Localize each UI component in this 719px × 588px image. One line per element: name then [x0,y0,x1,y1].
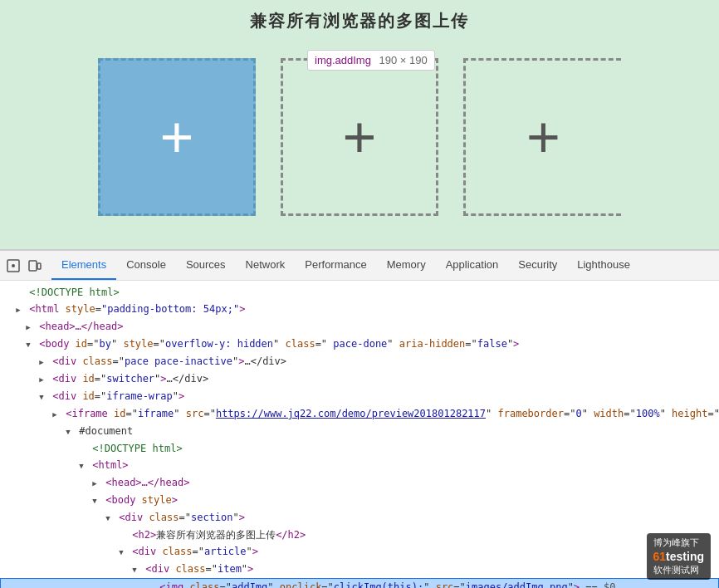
cursor-icon [7,259,20,272]
tab-console[interactable]: Console [116,251,176,280]
arrow-document[interactable] [63,424,73,439]
arrow-head2[interactable] [90,475,100,491]
arrow-item[interactable] [130,561,139,577]
upload-box-1[interactable]: + [98,58,256,216]
dom-line-iframe[interactable]: <iframe id="iframe" src="https://www.jq2… [0,405,719,423]
watermark: 博为峰旗下 61testing 软件测试网 [647,533,711,580]
arrow-article[interactable] [116,544,126,560]
upload-boxes-container: + + + [0,58,719,216]
html2-tag: <html> [92,459,128,471]
arrow-section[interactable] [103,510,113,526]
watermark-logo: 61testing [653,549,704,564]
tab-performance[interactable]: Performance [295,251,376,280]
device-toggle-button[interactable] [25,256,45,276]
dom-line-body[interactable]: <body id="by" style="overflow-y: hidden"… [0,336,719,353]
dom-line-document[interactable]: #document [0,423,719,440]
addimg-src-link[interactable]: images/addImg.png [466,581,568,588]
arrow-empty [13,285,23,300]
arrow-html[interactable] [13,301,23,317]
plus-icon-3: + [526,108,560,166]
arrow-iframe-wrap[interactable] [37,389,46,404]
body-tag: <body [39,338,69,350]
arrow-img [144,580,154,588]
dom-line-head[interactable]: <head>…</head> [0,318,719,336]
dom-line-item[interactable]: <div class="item"> [0,561,719,578]
devtools-content[interactable]: <!DOCTYPE html> <html style="padding-bot… [0,281,719,588]
dom-line-doctype[interactable]: <!DOCTYPE html> [0,284,719,301]
tab-network[interactable]: Network [236,251,296,280]
dom-line-body2[interactable]: <body style> [0,492,719,509]
arrow-switcher[interactable] [37,371,46,387]
iframe-src-link[interactable]: https://www.jq22.com/demo/preview2018012… [216,408,486,419]
tab-security[interactable]: Security [508,251,567,280]
dom-line-html[interactable]: <html style="padding-bottom: 54px;"> [0,301,719,318]
svg-rect-3 [37,263,41,269]
doctype2-text: <!DOCTYPE html> [92,443,182,454]
arrow-h2 [116,527,126,542]
tab-memory[interactable]: Memory [377,251,436,280]
body2-tag: <body [105,494,135,506]
dom-line-pace[interactable]: <div class="pace pace-inactive">…</div> [0,353,719,370]
preview-area: 兼容所有浏览器的多图上传 img.addImg 190 × 190 + + + [0,0,719,249]
dom-line-h2[interactable]: <h2>兼容所有浏览器的多图上传</h2> [0,527,719,543]
tab-lighthouse[interactable]: Lighthouse [567,251,640,280]
arrow-body2[interactable] [90,492,100,508]
svg-point-1 [12,264,15,267]
head-tag: <head>…</head> [39,321,123,332]
dom-line-doctype2[interactable]: <!DOCTYPE html> [0,440,719,457]
tab-application[interactable]: Application [436,251,509,280]
head2-tag: <head>…</head> [105,477,189,488]
dom-line-html2[interactable]: <html> [0,457,719,474]
upload-box-2[interactable]: + [281,58,438,216]
device-icon [28,259,42,272]
tooltip-size: 190 × 190 [379,54,428,66]
dom-line-iframe-wrap[interactable]: <div id="iframe-wrap"> [0,388,719,405]
plus-icon-1: + [160,108,194,166]
svg-rect-2 [29,261,37,271]
devtools-panel: Elements Console Sources Network Perform… [0,249,719,588]
arrow-iframe[interactable] [50,406,60,422]
watermark-subtitle: 软件测试网 [653,564,704,576]
arrow-html2[interactable] [76,458,86,473]
upload-box-3[interactable]: + [463,58,621,216]
watermark-brand: 博为峰旗下 [653,537,704,549]
devtools-tabs: Elements Console Sources Network Perform… [51,251,640,280]
dom-line-section[interactable]: <div class="section"> [0,509,719,527]
tab-sources[interactable]: Sources [176,251,236,280]
page-title: 兼容所有浏览器的多图上传 [0,10,719,32]
dom-line-switcher[interactable]: <div id="switcher">…</div> [0,370,719,388]
arrow-empty2 [76,441,86,456]
tooltip-tag: img.addImg [315,54,371,66]
plus-icon-2: + [343,108,377,166]
arrow-pace[interactable] [37,354,46,370]
tab-elements[interactable]: Elements [51,251,116,280]
document-text: #document [79,425,133,437]
dom-line-head2[interactable]: <head>…</head> [0,474,719,492]
doctype-text: <!DOCTYPE html> [29,287,119,298]
devtools-toolbar: Elements Console Sources Network Perform… [0,251,719,281]
dom-line-article[interactable]: <div class="article"> [0,543,719,561]
html-attr: style [66,303,95,315]
img-tooltip: img.addImg 190 × 190 [307,50,435,71]
arrow-head[interactable] [23,319,33,335]
dom-line-img-addimg[interactable]: <img class="addImg" onclick="clickImg(th… [0,578,719,588]
html-tag: <html [29,303,59,315]
inspect-element-button[interactable] [3,256,23,276]
arrow-body[interactable] [23,336,33,352]
devtools-toolbar-left [3,256,45,276]
